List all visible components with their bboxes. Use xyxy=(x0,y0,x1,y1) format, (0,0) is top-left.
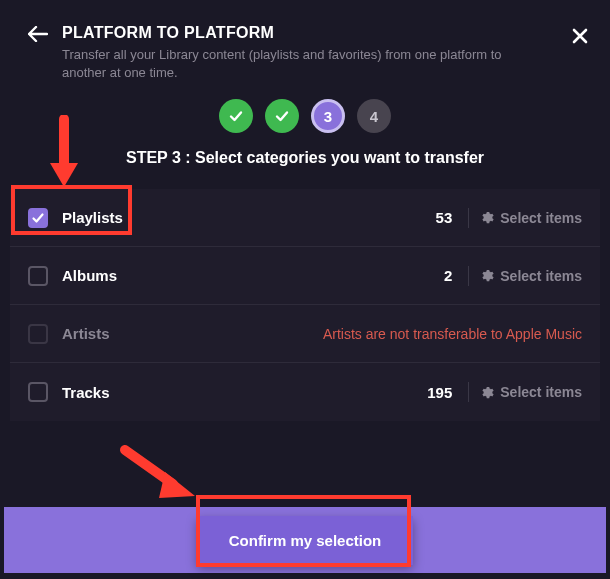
svg-line-2 xyxy=(125,450,173,484)
artists-warning: Artists are not transferable to Apple Mu… xyxy=(323,326,582,342)
count-tracks: 195 xyxy=(427,384,452,401)
checkbox-albums[interactable] xyxy=(28,266,48,286)
stepper: 3 4 xyxy=(0,99,610,133)
select-items-albums[interactable]: Select items xyxy=(479,268,582,284)
checkbox-artists xyxy=(28,324,48,344)
category-row-playlists[interactable]: Playlists 53 Select items xyxy=(10,189,600,247)
category-row-tracks[interactable]: Tracks 195 Select items xyxy=(10,363,600,421)
checkbox-tracks[interactable] xyxy=(28,382,48,402)
step-2-done xyxy=(265,99,299,133)
label-tracks: Tracks xyxy=(62,384,427,401)
modal-subtitle: Transfer all your Library content (playl… xyxy=(62,46,522,81)
label-albums: Albums xyxy=(62,267,444,284)
category-row-artists: Artists Artists are not transferable to … xyxy=(10,305,600,363)
step-3-current: 3 xyxy=(311,99,345,133)
count-albums: 2 xyxy=(444,267,452,284)
select-items-tracks[interactable]: Select items xyxy=(479,384,582,400)
step-1-done xyxy=(219,99,253,133)
gear-icon xyxy=(479,268,494,283)
step-heading-label: STEP 3 xyxy=(126,149,181,166)
back-arrow-icon[interactable] xyxy=(28,26,48,42)
category-row-albums[interactable]: Albums 2 Select items xyxy=(10,247,600,305)
categories-list: Playlists 53 Select items Albums 2 Selec… xyxy=(10,189,600,421)
gear-icon xyxy=(479,210,494,225)
footer-bar: Confirm my selection xyxy=(4,507,606,573)
svg-marker-3 xyxy=(159,472,195,498)
annotation-arrow-confirm xyxy=(115,440,205,510)
step-heading-text: Select categories you want to transfer xyxy=(195,149,484,166)
modal-title: PLATFORM TO PLATFORM xyxy=(62,24,582,42)
label-playlists: Playlists xyxy=(62,209,436,226)
step-heading: STEP 3 : Select categories you want to t… xyxy=(0,149,610,167)
label-artists: Artists xyxy=(62,325,323,342)
close-icon[interactable] xyxy=(572,28,588,44)
select-items-playlists[interactable]: Select items xyxy=(479,210,582,226)
confirm-button[interactable]: Confirm my selection xyxy=(197,516,414,565)
step-4-future: 4 xyxy=(357,99,391,133)
count-playlists: 53 xyxy=(436,209,453,226)
checkbox-playlists[interactable] xyxy=(28,208,48,228)
gear-icon xyxy=(479,385,494,400)
